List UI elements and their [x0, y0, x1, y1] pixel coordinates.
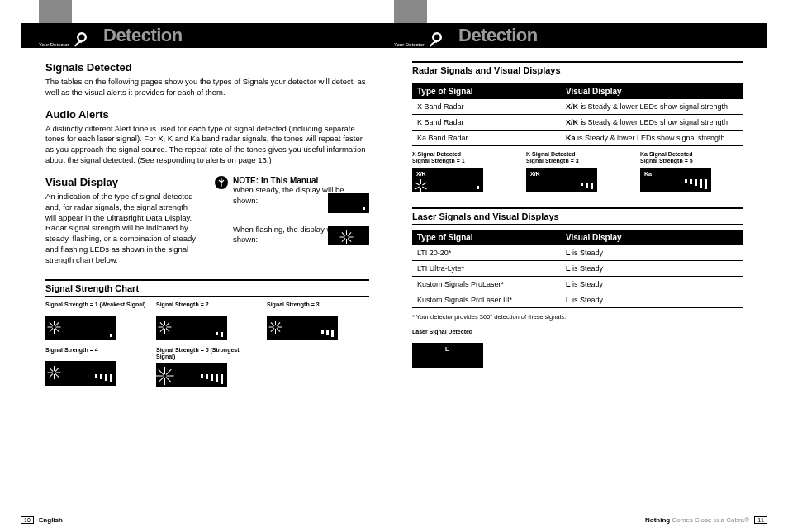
page-right: Radar Signals and Visual Displays Type o…	[394, 55, 767, 511]
section-title-left: Detection	[103, 25, 183, 46]
cell: L is Steady	[561, 260, 743, 276]
table-row: K Band RadarX/K is Steady & lower LEDs s…	[412, 115, 743, 131]
chart-cell: Signal Strength = 4	[45, 347, 148, 388]
section-title-right: Detection	[458, 25, 538, 46]
cell: LTI Ultra-Lyte*	[412, 260, 561, 276]
brand-block-left: Your Detector	[39, 31, 90, 48]
footer-slogan-bold: Nothing	[645, 516, 672, 524]
display-box	[45, 361, 116, 386]
heading-audio-alerts: Audio Alerts	[45, 108, 369, 121]
chart-label: Signal Strength = 4	[45, 347, 148, 359]
cobra-icon	[425, 31, 445, 48]
cell: K Band Radar	[412, 115, 561, 131]
cell: X/K is Steady & lower LEDs show signal s…	[561, 115, 743, 131]
footer-lang: English	[39, 516, 63, 524]
brand-text: Your Detector	[39, 42, 69, 48]
display-box: X/K	[526, 168, 597, 192]
chart-cell: Signal Strength = 5 (Strongest Signal)	[156, 347, 259, 388]
table-row: Kustom Signals ProLaser III*L is Steady	[412, 292, 743, 307]
chart-title: Signal Strength Chart	[45, 279, 369, 297]
chart-label: Signal Strength = 2	[156, 302, 259, 313]
header-right: Your Detector Detection	[394, 23, 767, 48]
radar-examples: X Signal DetectedSignal Strength = 1 X/K…	[412, 151, 743, 192]
cell: LTI 20-20*	[412, 245, 561, 261]
footnote: * Your detector provides 360° detection …	[412, 313, 743, 321]
laser-example-label: Laser Signal Detected	[412, 329, 743, 340]
header-tab-left	[39, 0, 72, 23]
col-header: Type of Signal	[412, 83, 561, 99]
paragraph: An indication of the type of signal dete…	[45, 192, 200, 266]
cell: Kustom Signals ProLaser*	[412, 276, 561, 292]
heading-visual-display: Visual Display	[45, 176, 200, 188]
example-label: Ka Signal DetectedSignal Strength = 5	[640, 151, 743, 165]
band-text: L	[445, 346, 449, 352]
col-header: Visual Display	[561, 83, 743, 99]
col-header: Type of Signal	[412, 230, 561, 245]
brand-block-right: Your Detector	[394, 31, 445, 48]
page-number: 11	[754, 516, 767, 524]
chart-cell: Signal Strength = 3	[267, 302, 369, 340]
brand-text: Your Detector	[394, 42, 424, 48]
example-cell: K Signal DetectedSignal Strength = 3 X/K	[526, 151, 629, 192]
table-row: LTI 20-20*L is Steady	[412, 245, 743, 261]
note-icon	[215, 176, 228, 189]
radar-table-title: Radar Signals and Visual Displays	[412, 61, 743, 78]
chart-label: Signal Strength = 1 (Weakest Signal)	[45, 302, 148, 313]
example-label: X Signal DetectedSignal Strength = 1	[412, 151, 515, 165]
display-box	[156, 363, 227, 387]
chart-cell: Signal Strength = 1 (Weakest Signal)	[45, 302, 148, 340]
cell: Ka Band Radar	[412, 131, 561, 146]
footer-slogan: Comes Close to a Cobra®	[672, 516, 749, 524]
display-box: X/K	[412, 168, 483, 192]
chart-label: Signal Strength = 3	[267, 302, 369, 313]
table-row: LTI Ultra-Lyte*L is Steady	[412, 260, 743, 276]
chart-cell: Signal Strength = 2	[156, 302, 259, 340]
header-band: Your Detector Detection Your Detector De…	[21, 23, 767, 48]
table-row: X Band RadarX/K is Steady & lower LEDs s…	[412, 99, 743, 115]
cell: Kustom Signals ProLaser III*	[412, 292, 561, 307]
laser-table-title: Laser Signals and Visual Displays	[412, 207, 743, 225]
page-number: 10	[21, 516, 34, 524]
band-text: Ka	[644, 171, 652, 177]
svg-point-1	[79, 35, 85, 40]
paragraph: The tables on the following pages show y…	[45, 77, 369, 98]
heading-signals-detected: Signals Detected	[45, 61, 369, 74]
footer-right: Nothing Comes Close to a Cobra® 11	[645, 516, 767, 524]
svg-point-3	[434, 35, 440, 40]
cell: X Band Radar	[412, 99, 561, 115]
chart-label: Signal Strength = 5 (Strongest Signal)	[156, 347, 259, 361]
display-box	[45, 316, 116, 340]
radar-table: Type of Signal Visual Display X Band Rad…	[412, 83, 743, 146]
table-row: Kustom Signals ProLaser*L is Steady	[412, 276, 743, 292]
display-box: Ka	[640, 168, 711, 192]
cell: L is Steady	[561, 276, 743, 292]
display-steady-example	[328, 193, 369, 213]
laser-table: Type of Signal Visual Display LTI 20-20*…	[412, 230, 743, 308]
header-tab-right	[394, 0, 427, 23]
example-cell: Ka Signal DetectedSignal Strength = 5 Ka	[640, 151, 743, 192]
display-flashing-example	[328, 226, 369, 245]
cobra-icon	[70, 31, 90, 48]
col-header: Visual Display	[561, 230, 743, 245]
display-box	[156, 316, 227, 340]
cell: L is Steady	[561, 245, 743, 261]
footer-left: 10 English	[21, 516, 63, 524]
example-cell: X Signal DetectedSignal Strength = 1 X/K	[412, 151, 515, 192]
display-box	[267, 316, 338, 340]
example-label: K Signal DetectedSignal Strength = 3	[526, 151, 629, 165]
band-text: X/K	[416, 171, 426, 177]
cell: L is Steady	[561, 292, 743, 307]
footer: 10 English Nothing Comes Close to a Cobr…	[21, 516, 767, 524]
cell: Ka is Steady & lower LEDs show signal st…	[561, 131, 743, 146]
header-left: Your Detector Detection	[21, 23, 394, 48]
note-heading: NOTE: In This Manual	[233, 176, 369, 185]
signal-strength-chart: Signal Strength = 1 (Weakest Signal) Sig…	[45, 302, 369, 388]
paragraph: A distinctly different Alert tone is use…	[45, 124, 369, 166]
table-row: Ka Band RadarKa is Steady & lower LEDs s…	[412, 131, 743, 146]
display-box-laser: L	[412, 343, 483, 368]
cell: X/K is Steady & lower LEDs show signal s…	[561, 99, 743, 115]
band-text: X/K	[530, 171, 540, 177]
page-left: Signals Detected The tables on the follo…	[21, 55, 394, 511]
